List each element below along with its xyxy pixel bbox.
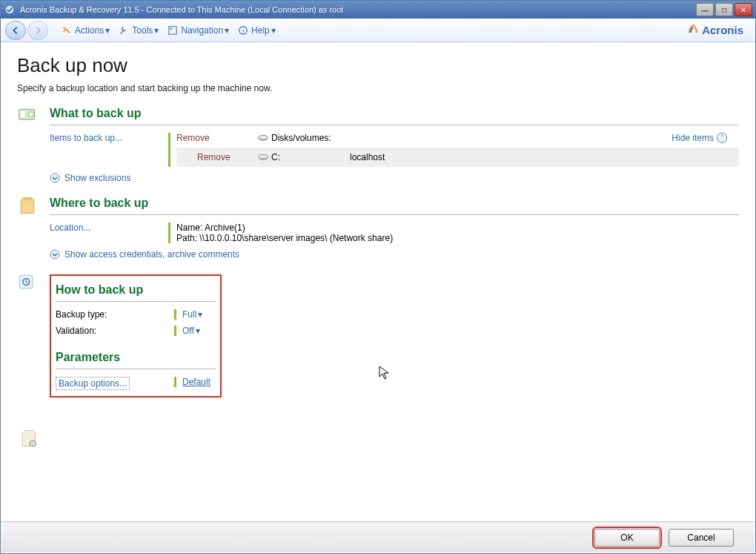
ok-button[interactable]: OK: [594, 529, 660, 547]
svg-point-12: [259, 155, 268, 159]
section-where: Where to back up Location... Name: Archi…: [17, 194, 739, 270]
how-icon: [17, 270, 50, 398]
what-icon: [17, 104, 50, 194]
how-title: How to back up: [56, 280, 216, 302]
page-subtitle: Specify a backup location and start back…: [17, 83, 739, 93]
drive-label: C:: [271, 152, 350, 162]
svg-point-18: [30, 441, 36, 447]
disk-icon: [258, 133, 268, 142]
close-button[interactable]: ✕: [735, 3, 752, 16]
validation-dropdown[interactable]: Off▾: [174, 326, 200, 336]
svg-point-10: [259, 136, 268, 139]
app-icon: [4, 4, 16, 16]
remove-link-row[interactable]: Remove: [197, 152, 258, 162]
backup-type-dropdown[interactable]: Full▾: [174, 309, 202, 320]
tools-icon: [119, 25, 129, 36]
backup-type-label: Backup type:: [56, 309, 107, 320]
svg-point-8: [29, 112, 34, 117]
main-window: Acronis Backup & Recovery 11.5 - Connect…: [0, 0, 756, 554]
content-area: Back up now Specify a backup location an…: [1, 42, 755, 521]
backup-options-default[interactable]: Default: [182, 377, 210, 387]
menu-tools[interactable]: Tools▾: [114, 22, 163, 39]
chevron-down-icon[interactable]: [50, 249, 60, 260]
svg-text:?: ?: [242, 27, 245, 34]
archive-name: Name: Archive(1): [176, 222, 739, 233]
archive-path: Path: \\10.0.0.10\share\server images\ (…: [176, 233, 739, 243]
chevron-down-icon[interactable]: [50, 173, 60, 183]
cancel-button[interactable]: Cancel: [669, 529, 734, 547]
actions-icon: [62, 25, 72, 36]
menu-help[interactable]: ? Help▾: [233, 22, 280, 39]
footer-bar: OK Cancel: [1, 521, 755, 553]
svg-rect-7: [21, 111, 24, 118]
brand-logo: Acronis: [687, 23, 743, 37]
params-icon: [19, 428, 39, 451]
hide-items-link[interactable]: Hide items ˄: [672, 133, 727, 143]
backup-options-link[interactable]: Backup options...: [56, 377, 130, 390]
items-to-back-up-link[interactable]: Items to back up...: [50, 133, 122, 143]
svg-point-1: [63, 27, 65, 29]
disks-volumes-label: Disks/volumes:: [271, 133, 420, 143]
collapse-up-icon: ˄: [717, 133, 727, 143]
svg-rect-14: [24, 198, 32, 201]
drive-icon: [258, 153, 268, 162]
minimize-button[interactable]: —: [696, 3, 714, 16]
brand-icon: [687, 23, 699, 37]
location-link[interactable]: Location...: [50, 222, 90, 233]
where-title: Where to back up: [50, 194, 739, 215]
toolbar: Actions▾ Tools▾ Navigation▾ ? Help▾ Acro…: [1, 19, 755, 42]
nav-back-button[interactable]: [5, 21, 26, 40]
svg-point-0: [6, 6, 14, 14]
help-icon: ?: [238, 25, 248, 36]
svg-point-15: [50, 250, 59, 259]
section-how-params: How to back up Backup type: Full▾ Valida…: [17, 270, 739, 398]
host-label: localhost: [350, 152, 385, 162]
show-credentials-link[interactable]: Show access credentials, archive comment…: [64, 249, 239, 260]
menu-actions[interactable]: Actions▾: [57, 22, 114, 39]
highlight-box: How to back up Backup type: Full▾ Valida…: [50, 274, 222, 398]
where-icon: [17, 194, 50, 270]
navigation-icon: [168, 25, 178, 36]
params-title: Parameters: [56, 348, 216, 369]
show-exclusions-link[interactable]: Show exclusions: [64, 173, 130, 183]
validation-label: Validation:: [56, 326, 96, 336]
page-title: Back up now: [17, 54, 739, 77]
maximize-button[interactable]: □: [715, 3, 733, 16]
remove-link-top[interactable]: Remove: [176, 133, 258, 143]
window-title: Acronis Backup & Recovery 11.5 - Connect…: [20, 5, 694, 14]
section-what: What to back up Items to back up... Remo…: [17, 104, 739, 194]
svg-rect-2: [169, 26, 177, 34]
svg-point-13: [50, 174, 59, 182]
nav-forward-button[interactable]: [27, 21, 48, 40]
titlebar: Acronis Backup & Recovery 11.5 - Connect…: [1, 1, 755, 19]
menu-navigation[interactable]: Navigation▾: [163, 22, 233, 39]
what-title: What to back up: [50, 104, 739, 125]
svg-rect-3: [170, 27, 173, 30]
